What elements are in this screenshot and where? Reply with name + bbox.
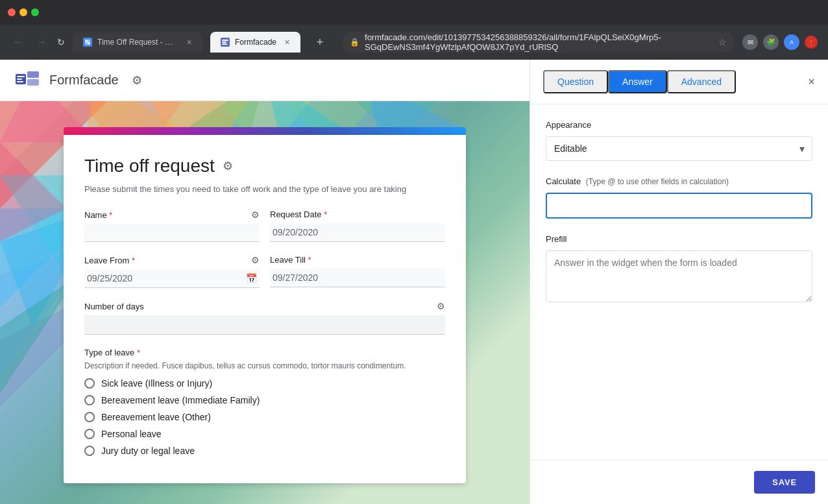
field-leave-type-label-text: Type of leave * (84, 348, 140, 357)
name-required-star: * (109, 210, 112, 220)
form-title-row: Time off request ⚙ (84, 156, 445, 176)
leave-till-required-star: * (308, 255, 311, 265)
field-days-label-text: Number of days (84, 302, 144, 311)
tab-answer[interactable]: Answer (608, 70, 667, 93)
calculate-label: Calculate (546, 176, 581, 186)
tab-close-ff[interactable]: ✕ (284, 38, 290, 47)
field-leave-type-label-row: Type of leave * (84, 348, 445, 357)
days-input[interactable] (84, 315, 445, 335)
tab-close-time-off[interactable]: ✕ (186, 38, 192, 47)
refresh-button[interactable]: ↻ (57, 37, 65, 47)
radio-jury-duty[interactable]: Jury duty or legal leave (84, 446, 445, 456)
field-row-leave: Leave From * ⚙ 09/25/2020 📅 (84, 255, 445, 288)
maximize-traffic-light[interactable] (31, 8, 39, 16)
title-bar (0, 0, 828, 25)
leave-from-settings-icon[interactable]: ⚙ (251, 255, 260, 265)
tab-time-off-request[interactable]: Time Off Request - Google For... ✕ (73, 32, 202, 53)
svg-rect-10 (27, 79, 39, 86)
radio-sick-leave-circle (84, 378, 95, 389)
leave-from-required-star: * (132, 256, 135, 265)
calculate-input[interactable] (546, 193, 812, 219)
close-traffic-light[interactable] (8, 8, 16, 16)
svg-marker-30 (0, 142, 66, 241)
lock-icon: 🔒 (350, 38, 359, 47)
field-row-name-date: Name * ⚙ Request Date * (84, 210, 445, 242)
field-leave-till-label-text: Leave Till * (270, 255, 311, 265)
field-request-date-label-row: Request Date * (270, 210, 445, 219)
back-button[interactable]: ← (10, 36, 26, 48)
appearance-select-wrapper: EditableRead-onlyHidden (546, 136, 812, 161)
days-settings-icon[interactable]: ⚙ (437, 301, 445, 311)
leave-till-input[interactable]: 09/27/2020 (270, 269, 445, 287)
field-days-label-row: Number of days ⚙ (84, 301, 445, 311)
radio-bereavement-other[interactable]: Bereavement leave (Other) (84, 412, 445, 422)
svg-rect-3 (88, 40, 90, 42)
field-leave-from-label-text: Leave From * (84, 256, 135, 265)
profile-icon[interactable]: A (784, 34, 799, 50)
svg-rect-13 (17, 81, 23, 82)
form-header-bar (64, 127, 466, 135)
prefill-section: Prefill (546, 234, 812, 305)
email-extension-icon[interactable]: ✉ (742, 34, 758, 50)
form-card-wrapper: Time off request ⚙ Please submit the tim… (64, 127, 466, 483)
new-tab-button[interactable]: + (311, 33, 329, 51)
tab-question[interactable]: Question (543, 70, 608, 93)
app-settings-icon[interactable]: ⚙ (132, 73, 142, 88)
traffic-lights (8, 8, 39, 16)
radio-sick-leave[interactable]: Sick leave (Illness or Injury) (84, 378, 445, 389)
field-name-label-text: Name * (84, 210, 112, 220)
prefill-textarea[interactable] (546, 250, 812, 302)
tab-advanced[interactable]: Advanced (667, 70, 736, 93)
name-input[interactable] (84, 224, 260, 242)
puzzle-extension-icon[interactable]: 🧩 (763, 34, 779, 50)
save-button[interactable]: SAVE (754, 471, 815, 494)
forward-button[interactable]: → (34, 36, 49, 48)
field-request-date-label-text: Request Date * (270, 210, 327, 219)
radio-bereavement-immediate-circle (84, 395, 95, 405)
calendar-icon-leave-from: 📅 (246, 273, 257, 283)
field-leave-from-label-row: Leave From * ⚙ (84, 255, 260, 265)
tab-icon-ff (221, 38, 230, 47)
tab-formfacade[interactable]: Formfacade ✕ (210, 32, 300, 53)
svg-rect-11 (17, 76, 25, 77)
field-number-of-days: Number of days ⚙ (84, 301, 445, 335)
address-bar-row: ← → ↻ Time Off Request - Google For... ✕… (0, 25, 828, 60)
panel-tabs: Question Answer Advanced (543, 70, 736, 93)
app-name: Formfacade (49, 73, 119, 88)
form-background: Time off request ⚙ Please submit the tim… (0, 101, 530, 504)
field-leave-till: Leave Till * 09/27/2020 (270, 255, 445, 288)
browser-menu-icon[interactable]: ⋮ (805, 36, 818, 49)
panel-close-button[interactable]: × (808, 75, 815, 89)
calculate-section: Calculate (Type @ to use other fields in… (546, 176, 812, 219)
request-date-input[interactable]: 09/20/2020 (270, 223, 445, 242)
minimize-traffic-light[interactable] (19, 8, 27, 16)
name-field-settings-icon[interactable]: ⚙ (251, 210, 260, 220)
appearance-label: Appearance (546, 120, 812, 130)
app-header: Formfacade ⚙ (0, 60, 530, 101)
svg-rect-1 (88, 42, 90, 45)
leave-type-description: Description if needed. Fusce dapibus, te… (84, 361, 445, 370)
field-name: Name * ⚙ (84, 210, 260, 242)
svg-rect-6 (222, 42, 226, 43)
field-leave-till-label-row: Leave Till * (270, 255, 445, 265)
right-panel: Question Answer Advanced × Appearance Ed… (530, 60, 828, 504)
left-panel: Formfacade ⚙ (0, 60, 530, 504)
form-title-settings-icon[interactable]: ⚙ (223, 159, 233, 173)
radio-personal-leave[interactable]: Personal leave (84, 429, 445, 439)
form-title: Time off request (84, 156, 215, 176)
browser-chrome: ← → ↻ Time Off Request - Google For... ✕… (0, 0, 828, 60)
appearance-select[interactable]: EditableRead-onlyHidden (546, 136, 812, 161)
address-bar[interactable]: 🔒 formfacade.com/edit/101397753425638885… (342, 32, 735, 53)
tab-icon-google (83, 38, 92, 47)
request-date-required-star: * (324, 210, 327, 219)
prefill-label: Prefill (546, 234, 812, 244)
svg-rect-5 (222, 40, 228, 41)
field-request-date: Request Date * 09/20/2020 (270, 210, 445, 242)
leave-from-input[interactable]: 09/25/2020 📅 (84, 269, 260, 288)
svg-rect-9 (27, 71, 39, 78)
calculate-hint: (Type @ to use other fields in calculati… (586, 177, 729, 186)
radio-bereavement-immediate[interactable]: Bereavement leave (Immediate Family) (84, 395, 445, 405)
bookmark-icon[interactable]: ☆ (718, 37, 727, 47)
leave-type-required-star: * (137, 348, 140, 357)
leave-type-options: Sick leave (Illness or Injury) Bereaveme… (84, 378, 445, 456)
